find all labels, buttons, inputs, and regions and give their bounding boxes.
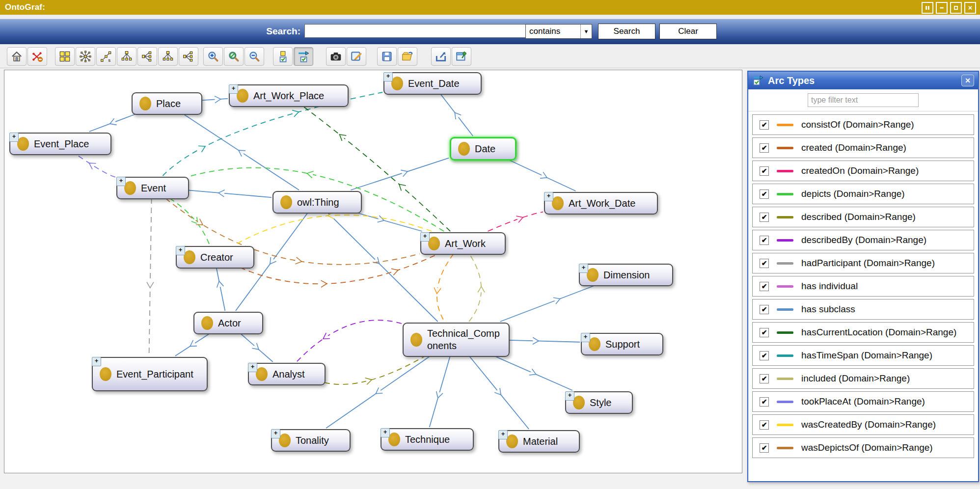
graph-node-technique[interactable]: +Technique [381, 428, 474, 451]
graph-node-tech[interactable]: Technical_Components [403, 323, 510, 357]
camera-icon [329, 50, 342, 63]
expand-node-button[interactable]: + [544, 192, 553, 201]
edge-createdOn [488, 212, 543, 231]
expand-node-button[interactable]: + [381, 428, 390, 437]
arc-types-header[interactable]: Arc Types ✕ [748, 72, 978, 89]
spring-layout-button[interactable]: s [96, 47, 116, 66]
pin-window-button[interactable] [452, 47, 471, 66]
arc-type-label: wasDepictsOf (Domain>Range) [801, 442, 933, 453]
graph-canvas[interactable]: Place+Art_Work_Place+Event_Date+Event_Pl… [4, 70, 742, 473]
clear-button[interactable]: Clear [659, 24, 717, 39]
graph-node-actor[interactable]: Actor [193, 312, 263, 334]
graph-node-date[interactable]: Date [450, 137, 517, 161]
tree-vertical-layout-button[interactable] [117, 47, 136, 66]
tree-horizontal-directed-layout-button[interactable] [179, 47, 198, 66]
node-types-panel-button[interactable] [273, 47, 293, 66]
arc-type-checkbox[interactable]: ✔ [760, 374, 769, 383]
arc-color-line [777, 193, 793, 195]
graph-node-art_work_place[interactable]: +Art_Work_Place [229, 84, 349, 107]
arc-type-checkbox[interactable]: ✔ [760, 397, 769, 407]
arc-type-checkbox[interactable]: ✔ [760, 305, 769, 314]
expand-node-button[interactable]: + [176, 246, 185, 255]
arc-type-checkbox[interactable]: ✔ [760, 120, 769, 130]
node-label: Material [523, 435, 564, 448]
split-view-button[interactable] [922, 2, 933, 14]
graph-node-analyst[interactable]: +Analyst [248, 363, 326, 385]
arc-type-checkbox[interactable]: ✔ [760, 143, 769, 153]
node-label: Date [475, 143, 501, 155]
radial-layout-button[interactable] [76, 47, 95, 66]
tree-horizontal-layout-button[interactable] [137, 47, 157, 66]
graph-node-tonality[interactable]: +Tonality [271, 429, 351, 452]
arc-type-row: ✔created (Domain>Range) [752, 137, 974, 158]
graph-node-dimension[interactable]: +Dimension [579, 264, 673, 286]
close-button[interactable] [964, 2, 976, 14]
graph-toolbar: s [0, 44, 980, 68]
arc-type-checkbox[interactable]: ✔ [760, 190, 769, 199]
arc-type-checkbox[interactable]: ✔ [760, 443, 769, 453]
graph-node-place[interactable]: Place [132, 92, 202, 115]
graph-node-event_date[interactable]: +Event_Date [383, 72, 482, 95]
expand-node-button[interactable]: + [565, 391, 574, 401]
edge-arrowhead [478, 287, 485, 293]
close-icon[interactable]: ✕ [961, 75, 974, 86]
class-dot-icon [279, 434, 291, 447]
match-mode-select[interactable]: contains ▼ [525, 24, 592, 39]
annotate-image-button[interactable] [347, 47, 366, 66]
arc-type-checkbox[interactable]: ✔ [760, 351, 769, 360]
expand-node-button[interactable]: + [271, 429, 280, 438]
export-button[interactable] [431, 47, 451, 66]
expand-node-button[interactable]: + [581, 333, 590, 342]
expand-node-button[interactable]: + [498, 430, 508, 439]
minimize-button[interactable] [936, 2, 948, 14]
expand-node-button[interactable]: + [248, 363, 257, 372]
graph-node-creator[interactable]: +Creator [176, 246, 254, 269]
graph-node-event_participant[interactable]: +Event_Participant [92, 357, 208, 391]
arc-type-checkbox[interactable]: ✔ [760, 420, 769, 430]
arc-type-checkbox[interactable]: ✔ [760, 213, 769, 222]
expand-node-button[interactable]: + [116, 177, 126, 186]
edge-has [430, 356, 450, 427]
expand-node-button[interactable]: + [579, 264, 588, 273]
expand-node-button[interactable]: + [383, 72, 393, 82]
arc-types-panel-button[interactable] [294, 47, 313, 66]
maximize-button[interactable] [950, 2, 962, 14]
save-button[interactable] [377, 47, 397, 66]
zoom-reset-button[interactable] [224, 47, 244, 66]
zoom-in-button[interactable] [203, 47, 223, 66]
arc-type-checkbox[interactable]: ✔ [760, 328, 769, 337]
ontograf-window: { "title_bar": { "title": "OntoGraf:", "… [0, 0, 980, 489]
expand-node-button[interactable]: + [420, 232, 430, 242]
arc-filter-input[interactable] [808, 93, 919, 107]
graph-node-event_place[interactable]: +Event_Place [9, 133, 111, 155]
class-dot-icon [506, 435, 518, 448]
graph-node-support[interactable]: +Support [581, 333, 663, 355]
arc-type-checkbox[interactable]: ✔ [760, 166, 769, 176]
grid-layout-button[interactable] [55, 47, 75, 66]
search-button[interactable]: Search [598, 24, 655, 39]
search-input[interactable] [304, 24, 526, 38]
expand-node-button[interactable]: + [9, 133, 19, 142]
class-dot-icon [139, 97, 151, 110]
export-icon [435, 50, 447, 63]
home-button[interactable] [7, 47, 27, 66]
graph-node-style[interactable]: +Style [565, 391, 633, 414]
graph-node-art_work[interactable]: +Art_Work [420, 232, 506, 255]
graph-node-event[interactable]: +Event [116, 177, 189, 199]
arc-type-checkbox[interactable]: ✔ [760, 259, 769, 268]
tree-vertical-directed-layout-button[interactable] [158, 47, 178, 66]
open-folder-button[interactable] [398, 47, 417, 66]
graph-node-art_work_date[interactable]: +Art_Work_Date [544, 192, 658, 215]
zoom-out-button[interactable] [245, 47, 264, 66]
expand-node-button[interactable]: + [229, 84, 238, 94]
arc-type-checkbox[interactable]: ✔ [760, 282, 769, 291]
edge-describedBy [297, 320, 402, 362]
camera-button[interactable] [326, 47, 346, 66]
graph-node-owl_thing[interactable]: owl:Thing [272, 191, 362, 214]
arc-type-checkbox[interactable]: ✔ [760, 236, 769, 245]
expand-node-button[interactable]: + [92, 357, 101, 366]
graph-node-material[interactable]: +Material [498, 430, 580, 453]
arc-type-row: ✔tookPlaceAt (Domain>Range) [752, 391, 974, 412]
edge-wasCreatedBy [235, 215, 432, 245]
clear-pinned-button[interactable] [27, 47, 47, 66]
